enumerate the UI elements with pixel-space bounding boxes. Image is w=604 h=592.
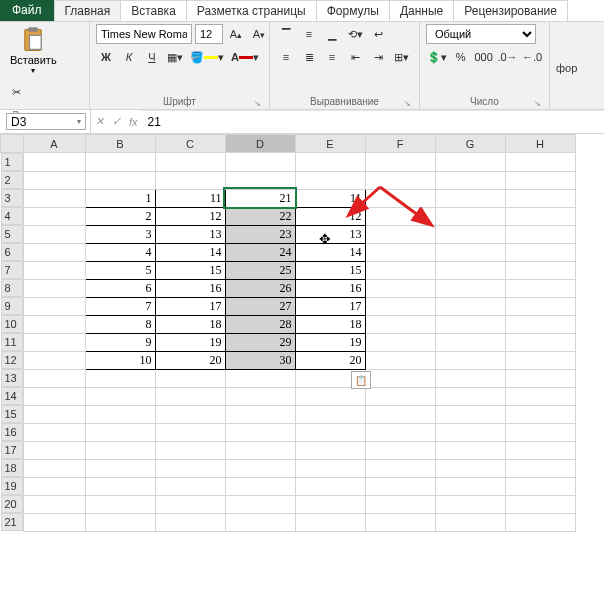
cell-C11[interactable]: 19 [155, 333, 225, 351]
increase-indent-icon[interactable]: ⇥ [368, 47, 388, 67]
cell-G3[interactable] [435, 189, 505, 207]
row-header-1[interactable]: 1 [1, 153, 23, 171]
cell-H15[interactable] [505, 405, 575, 423]
col-header-B[interactable]: B [85, 135, 155, 153]
cell-B15[interactable] [85, 405, 155, 423]
cell-B5[interactable]: 3 [85, 225, 155, 243]
increase-decimal-icon[interactable]: .0→ [497, 47, 519, 67]
cell-A7[interactable] [23, 261, 85, 279]
row-header-2[interactable]: 2 [1, 171, 23, 189]
select-all-corner[interactable] [1, 135, 24, 153]
cell-C16[interactable] [155, 423, 225, 441]
cell-D9[interactable]: 27 [225, 297, 295, 315]
cell-H1[interactable] [505, 153, 575, 172]
cell-F13[interactable] [365, 369, 435, 387]
cell-G15[interactable] [435, 405, 505, 423]
cell-G12[interactable] [435, 351, 505, 369]
cell-A2[interactable] [23, 171, 85, 189]
cell-G13[interactable] [435, 369, 505, 387]
cell-D13[interactable] [225, 369, 295, 387]
align-center-icon[interactable]: ≣ [299, 47, 319, 67]
row-header-9[interactable]: 9 [1, 297, 23, 315]
cell-E18[interactable] [295, 459, 365, 477]
cell-H21[interactable] [505, 513, 575, 531]
cell-H10[interactable] [505, 315, 575, 333]
cell-C20[interactable] [155, 495, 225, 513]
cell-D2[interactable] [225, 171, 295, 189]
tab-home[interactable]: Главная [54, 0, 122, 21]
cell-E8[interactable]: 16 [295, 279, 365, 297]
cell-E1[interactable] [295, 153, 365, 172]
cell-A3[interactable] [23, 189, 85, 207]
cell-C10[interactable]: 18 [155, 315, 225, 333]
row-header-15[interactable]: 15 [1, 405, 23, 423]
paste-button[interactable]: Вставить ▾ [6, 24, 61, 77]
cell-B6[interactable]: 4 [85, 243, 155, 261]
cell-E6[interactable]: 14 [295, 243, 365, 261]
row-header-3[interactable]: 3 [1, 189, 23, 207]
cell-A1[interactable] [23, 153, 85, 172]
cell-A21[interactable] [23, 513, 85, 531]
cell-A19[interactable] [23, 477, 85, 495]
cell-F10[interactable] [365, 315, 435, 333]
cell-B12[interactable]: 10 [85, 351, 155, 369]
cell-G16[interactable] [435, 423, 505, 441]
cell-D20[interactable] [225, 495, 295, 513]
tab-pagelayout[interactable]: Разметка страницы [187, 0, 317, 21]
font-size-input[interactable] [195, 24, 223, 44]
comma-icon[interactable]: 000 [474, 47, 494, 67]
cell-H12[interactable] [505, 351, 575, 369]
cell-D10[interactable]: 28 [225, 315, 295, 333]
cell-C8[interactable]: 16 [155, 279, 225, 297]
tab-data[interactable]: Данные [390, 0, 454, 21]
increase-font-icon[interactable]: A▴ [226, 24, 246, 44]
cell-B13[interactable] [85, 369, 155, 387]
cell-B10[interactable]: 8 [85, 315, 155, 333]
cell-B11[interactable]: 9 [85, 333, 155, 351]
cell-B3[interactable]: 1 [85, 189, 155, 207]
cell-E15[interactable] [295, 405, 365, 423]
cell-C9[interactable]: 17 [155, 297, 225, 315]
cell-G19[interactable] [435, 477, 505, 495]
align-bottom-icon[interactable]: ▁ [322, 24, 342, 44]
tab-file[interactable]: Файл [0, 0, 54, 21]
cell-F5[interactable] [365, 225, 435, 243]
cell-A6[interactable] [23, 243, 85, 261]
cell-F3[interactable] [365, 189, 435, 207]
cell-G4[interactable] [435, 207, 505, 225]
cell-G8[interactable] [435, 279, 505, 297]
cell-C2[interactable] [155, 171, 225, 189]
currency-icon[interactable]: 💲▾ [426, 47, 448, 67]
cell-H20[interactable] [505, 495, 575, 513]
accept-formula-icon[interactable]: ✓ [112, 115, 121, 128]
cell-H17[interactable] [505, 441, 575, 459]
cell-B8[interactable]: 6 [85, 279, 155, 297]
col-header-H[interactable]: H [505, 135, 575, 153]
cell-C7[interactable]: 15 [155, 261, 225, 279]
row-header-21[interactable]: 21 [1, 513, 23, 531]
cell-E10[interactable]: 18 [295, 315, 365, 333]
cell-A4[interactable] [23, 207, 85, 225]
align-middle-icon[interactable]: ≡ [299, 24, 319, 44]
cell-F2[interactable] [365, 171, 435, 189]
cell-F1[interactable] [365, 153, 435, 172]
decrease-decimal-icon[interactable]: ←.0 [521, 47, 543, 67]
cell-F20[interactable] [365, 495, 435, 513]
row-header-20[interactable]: 20 [1, 495, 23, 513]
cell-H3[interactable] [505, 189, 575, 207]
cell-F6[interactable] [365, 243, 435, 261]
cell-D18[interactable] [225, 459, 295, 477]
row-header-8[interactable]: 8 [1, 279, 23, 297]
row-header-4[interactable]: 4 [1, 207, 23, 225]
wrap-text-icon[interactable]: ↩ [368, 24, 388, 44]
align-top-icon[interactable]: ▔ [276, 24, 296, 44]
italic-button[interactable]: К [119, 47, 139, 67]
cell-E19[interactable] [295, 477, 365, 495]
cell-E21[interactable] [295, 513, 365, 531]
cell-A10[interactable] [23, 315, 85, 333]
cell-A8[interactable] [23, 279, 85, 297]
cell-A18[interactable] [23, 459, 85, 477]
cancel-formula-icon[interactable]: ✕ [95, 115, 104, 128]
cell-D17[interactable] [225, 441, 295, 459]
cell-F7[interactable] [365, 261, 435, 279]
